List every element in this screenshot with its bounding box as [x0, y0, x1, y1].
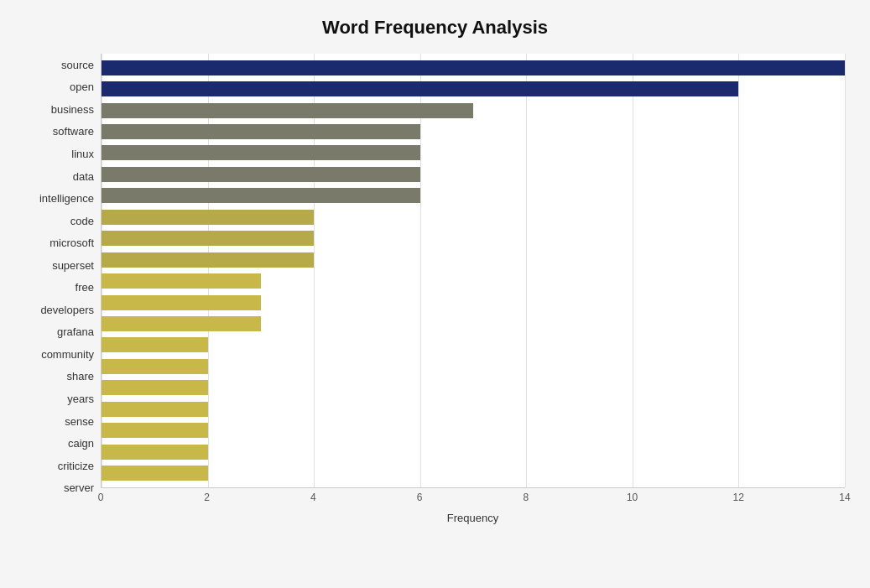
- bar-row: [102, 208, 845, 226]
- y-label: superset: [52, 260, 94, 271]
- bar: [102, 273, 261, 289]
- chart-area: sourceopenbusinesssoftwarelinuxdataintel…: [25, 54, 845, 524]
- bar-row: [102, 143, 845, 162]
- bar: [102, 210, 314, 225]
- bars-and-axes: 02468101214 Frequency: [101, 54, 845, 524]
- y-label: years: [67, 393, 94, 404]
- bar-row: [102, 421, 845, 440]
- x-tick-label: 0: [98, 492, 104, 503]
- bar: [102, 145, 420, 160]
- y-label: data: [73, 171, 94, 182]
- bar: [102, 445, 208, 460]
- y-label: share: [66, 371, 94, 382]
- x-tick-label: 12: [733, 492, 744, 503]
- x-tick-label: 2: [204, 492, 210, 503]
- bar-row: [102, 186, 845, 205]
- y-label: developers: [40, 304, 94, 315]
- bar: [102, 423, 208, 438]
- y-labels: sourceopenbusinesssoftwarelinuxdataintel…: [25, 54, 101, 524]
- y-label: open: [70, 81, 94, 92]
- grid-line: [845, 54, 846, 487]
- y-label: linux: [71, 148, 94, 159]
- chart-title: Word Frequency Analysis: [25, 17, 845, 39]
- bar: [102, 316, 261, 331]
- bar: [102, 402, 208, 417]
- bar: [102, 295, 261, 310]
- bar-row: [102, 400, 845, 419]
- bar: [102, 337, 208, 352]
- bar: [102, 167, 420, 182]
- bar-row: [102, 272, 845, 290]
- y-label: intelligence: [39, 193, 94, 204]
- y-label: code: [70, 216, 94, 226]
- x-axis-title: Frequency: [101, 512, 845, 524]
- x-labels-row: 02468101214: [101, 492, 845, 508]
- bar: [102, 380, 208, 395]
- bar-row: [102, 315, 845, 333]
- chart-container: Word Frequency Analysis sourceopenbusine…: [0, 0, 870, 588]
- x-tick-label: 8: [524, 492, 529, 503]
- y-label: sense: [65, 416, 94, 427]
- bar: [102, 124, 420, 139]
- bar-row: [102, 59, 845, 77]
- bar-row: [102, 229, 845, 247]
- x-tick-label: 6: [417, 492, 423, 503]
- bars-inner: [102, 54, 845, 487]
- bar: [102, 466, 208, 481]
- bar: [102, 103, 473, 118]
- y-label: software: [53, 126, 94, 137]
- bar-row: [102, 336, 845, 354]
- y-label: grafana: [57, 326, 94, 337]
- bar: [102, 81, 738, 96]
- bar-row: [102, 80, 845, 98]
- bar-row: [102, 378, 845, 397]
- y-label: business: [51, 104, 94, 115]
- bar: [102, 359, 208, 374]
- x-tick-label: 4: [310, 492, 316, 503]
- y-label: microsoft: [49, 237, 94, 248]
- y-label: criticize: [58, 461, 94, 471]
- bar-row: [102, 294, 845, 312]
- bar-row: [102, 101, 845, 120]
- bar: [102, 231, 314, 246]
- bar-row: [102, 443, 845, 461]
- y-label: source: [61, 60, 94, 70]
- y-label: caign: [68, 438, 94, 449]
- bars-wrapper: [101, 54, 845, 488]
- bar-row: [102, 357, 845, 376]
- bar-row: [102, 165, 845, 184]
- bar-row: [102, 122, 845, 141]
- y-label: server: [64, 482, 94, 493]
- y-label: free: [76, 282, 94, 293]
- bar: [102, 188, 420, 203]
- x-tick-label: 14: [839, 492, 850, 503]
- y-label: community: [41, 349, 94, 360]
- bar-row: [102, 464, 845, 482]
- x-tick-label: 10: [627, 492, 638, 503]
- bar-row: [102, 251, 845, 269]
- bar: [102, 60, 845, 75]
- bar: [102, 252, 314, 268]
